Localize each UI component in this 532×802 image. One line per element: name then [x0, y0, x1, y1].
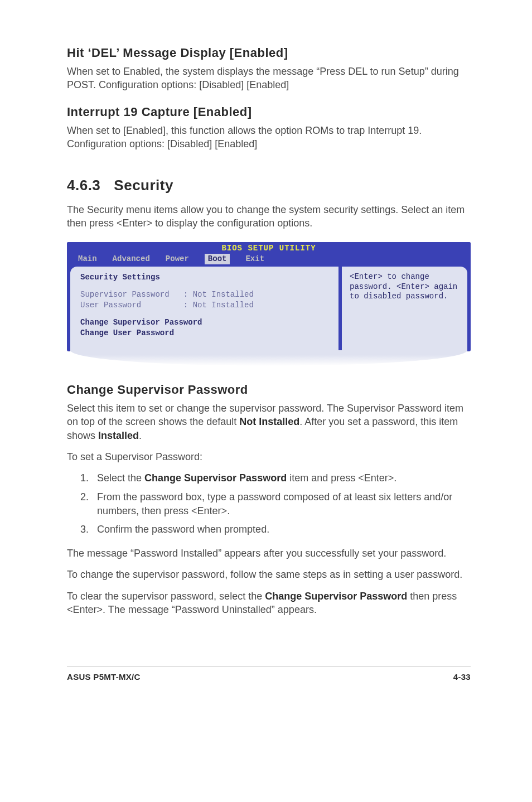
step-3-text: Confirm the password when prompted.	[97, 524, 269, 535]
bios-curve-decoration	[70, 350, 467, 366]
bios-tab-advanced: Advanced	[113, 254, 150, 264]
bios-security-settings-heading: Security Settings	[80, 272, 328, 283]
step-1: Select the Change Supervisor Password it…	[91, 471, 471, 485]
bios-title: BIOS SETUP UTILITY	[67, 242, 471, 254]
heading-hit-del: Hit ‘DEL’ Message Display [Enabled]	[67, 45, 471, 61]
page-footer: ASUS P5MT-MX/C 4-33	[67, 666, 471, 683]
bios-tab-bar: Main Advanced Power Boot Exit	[67, 254, 471, 267]
bios-tab-exit: Exit	[245, 254, 264, 264]
step-2-text: From the password box, type a password c…	[97, 491, 452, 516]
step-1-bold: Change Supervisor Password	[144, 472, 287, 484]
bios-screenshot: BIOS SETUP UTILITY Main Advanced Power B…	[67, 242, 471, 366]
csp-p1-bold-not-installed: Not Installed	[239, 416, 299, 427]
step-1-pre: Select the	[97, 472, 144, 484]
csp-paragraph-clear: To clear the supervisor password, select…	[67, 590, 471, 617]
text-security-intro: The Security menu items allow you to cha…	[67, 203, 471, 230]
bios-help-panel: <Enter> to change password. <Enter> agai…	[342, 267, 467, 351]
section-title: Security	[114, 177, 173, 194]
bios-user-status: User Password : Not Installed	[80, 300, 328, 311]
heading-security: 4.6.3Security	[67, 176, 471, 195]
step-1-post: item and press <Enter>.	[287, 472, 396, 484]
csp-to-set: To set a Supervisor Password:	[67, 450, 471, 463]
text-hit-del: When set to Enabled, the system displays…	[67, 65, 471, 92]
heading-change-supervisor-password: Change Supervisor Password	[67, 381, 471, 398]
csp-p1-e: .	[139, 430, 142, 441]
csp-p5-bold: Change Supervisor Password	[265, 591, 407, 602]
step-2: From the password box, type a password c…	[91, 490, 471, 518]
section-number: 4.6.3	[67, 176, 100, 195]
bios-tab-boot: Boot	[205, 254, 230, 264]
steps-list: Select the Change Supervisor Password it…	[67, 471, 471, 537]
text-interrupt-19: When set to [Enabled], this function all…	[67, 124, 471, 151]
step-3: Confirm the password when prompted.	[91, 523, 471, 537]
csp-paragraph-change: To change the supervisor password, follo…	[67, 568, 471, 581]
bios-tab-main: Main	[78, 254, 97, 264]
footer-product: ASUS P5MT-MX/C	[67, 671, 141, 683]
csp-p1-bold-installed: Installed	[98, 430, 139, 441]
bios-change-supervisor-password: Change Supervisor Password	[80, 317, 328, 328]
csp-paragraph-installed: The message “Password Installed” appears…	[67, 547, 471, 560]
bios-help-text: <Enter> to change password. <Enter> agai…	[350, 272, 460, 302]
bios-tab-power: Power	[166, 254, 189, 264]
bios-supervisor-status: Supervisor Password : Not Installed	[80, 289, 328, 300]
csp-p5-a: To clear the supervisor password, select…	[67, 591, 265, 602]
bios-main-panel: Security Settings Supervisor Password : …	[70, 267, 338, 351]
csp-paragraph-1: Select this item to set or change the su…	[67, 402, 471, 442]
bios-change-user-password: Change User Password	[80, 328, 328, 339]
footer-page-number: 4-33	[453, 671, 471, 683]
heading-interrupt-19: Interrupt 19 Capture [Enabled]	[67, 104, 471, 120]
